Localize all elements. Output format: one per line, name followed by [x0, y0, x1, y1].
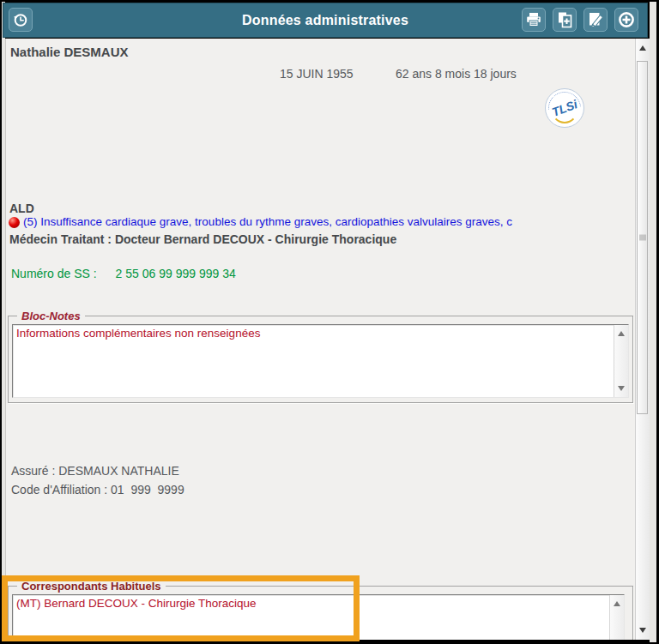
triangle-up-icon — [614, 601, 620, 606]
copy-record-button[interactable] — [553, 8, 577, 32]
correspondant-item[interactable]: (MT) Bernard DECOUX - Chirurgie Thoraciq… — [16, 597, 607, 610]
scroll-up-button[interactable] — [636, 40, 650, 55]
edit-record-button[interactable] — [583, 8, 608, 32]
ald-entry: (5) Insuffisance cardiaque grave, troubl… — [23, 215, 635, 228]
history-button[interactable] — [9, 8, 33, 32]
triangle-up-icon — [639, 45, 646, 51]
print-button[interactable] — [522, 8, 546, 32]
assure-line: Assuré : DESMAUX NATHALIE — [11, 464, 179, 478]
patient-age: 62 ans 8 mois 18 jours — [396, 67, 517, 81]
ald-label: ALD — [9, 202, 34, 215]
printer-icon — [524, 10, 543, 29]
scroll-up-button[interactable] — [614, 327, 628, 340]
main-vertical-scrollbar[interactable] — [635, 39, 650, 640]
copy-document-icon — [555, 10, 574, 29]
scrollbar-thumb[interactable] — [637, 61, 648, 414]
edit-document-icon — [586, 10, 605, 29]
add-circle-icon — [617, 10, 636, 29]
administrative-data-panel: Nathalie DESMAUX 15 JUIN 1955 62 ans 8 m… — [5, 39, 635, 640]
triangle-up-icon — [618, 331, 625, 336]
correspondants-list[interactable]: (MT) Bernard DECOUX - Chirurgie Thoraciq… — [12, 594, 625, 640]
bloc-notes-content: Informations complémentaires non renseig… — [16, 327, 611, 340]
bloc-notes-fieldset: Bloc-Notes Informations complémentaires … — [8, 316, 633, 403]
administrative-data-window: Données administratives — [0, 0, 659, 644]
code-affiliation-line: Code d'Affiliation : 01 999 9999 — [11, 483, 184, 497]
titlebar: Données administratives — [3, 3, 648, 38]
patient-name: Nathalie DESMAUX — [10, 45, 129, 59]
triangle-down-icon — [618, 386, 625, 391]
tlsi-logo-text: TLSi — [541, 84, 589, 132]
bloc-notes-textarea[interactable]: Informations complémentaires non renseig… — [12, 324, 629, 398]
add-record-button[interactable] — [614, 8, 638, 32]
numero-ss-label: Numéro de SS : — [11, 267, 97, 280]
window-right-edge — [650, 2, 656, 642]
bloc-notes-scrollbar[interactable] — [614, 325, 628, 397]
correspondants-fieldset: Correspondants Habituels (MT) Bernard DE… — [8, 586, 633, 640]
scroll-down-button[interactable] — [636, 623, 650, 637]
triangle-down-icon — [639, 628, 646, 633]
correspondants-legend: Correspondants Habituels — [17, 580, 166, 593]
numero-ss-value: 2 55 06 99 999 999 34 — [116, 267, 236, 280]
correspondants-scrollbar[interactable] — [609, 595, 624, 640]
scroll-down-button[interactable] — [614, 382, 628, 395]
history-clock-icon — [11, 10, 30, 29]
titlebar-actions — [522, 8, 638, 32]
medecin-traitant: Médecin Traitant : Docteur Bernard DECOU… — [9, 232, 396, 246]
scroll-up-button[interactable] — [610, 597, 624, 611]
ald-red-dot-icon — [9, 217, 20, 228]
scrollbar-grip-icon — [639, 235, 646, 241]
bloc-notes-legend: Bloc-Notes — [17, 310, 85, 322]
patient-birth-date: 15 JUIN 1955 — [280, 67, 354, 81]
numero-ss: Numéro de SS :2 55 06 99 999 999 34 — [11, 267, 236, 280]
tlsi-logo: TLSi — [545, 88, 584, 128]
